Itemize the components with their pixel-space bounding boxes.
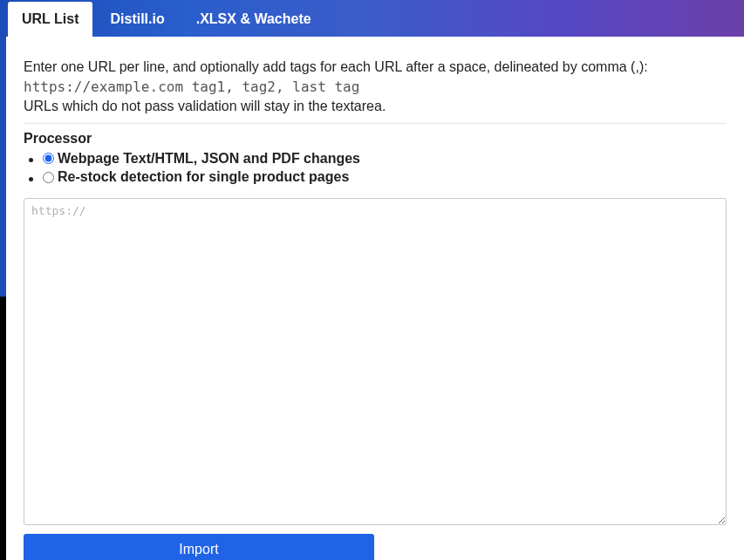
tab-xlsx-wachete[interactable]: .XLSX & Wachete bbox=[182, 2, 325, 37]
content-panel: Enter one URL per line, and optionally a… bbox=[6, 37, 744, 560]
import-button[interactable]: Import bbox=[24, 534, 374, 560]
intro-example-code: https://example.com tag1, tag2, last tag bbox=[24, 78, 727, 97]
tab-distill[interactable]: Distill.io bbox=[96, 2, 178, 37]
tab-url-list[interactable]: URL List bbox=[8, 2, 92, 37]
processor-list: Webpage Text/HTML, JSON and PDF changes … bbox=[24, 150, 727, 188]
intro-line-3: URLs which do not pass validation will s… bbox=[24, 97, 727, 116]
processor-radio-webpage[interactable] bbox=[43, 153, 54, 164]
processor-option-webpage-text: Webpage Text/HTML, JSON and PDF changes bbox=[58, 150, 360, 167]
intro-line-1: Enter one URL per line, and optionally a… bbox=[24, 58, 727, 77]
divider bbox=[24, 123, 727, 124]
intro-block: Enter one URL per line, and optionally a… bbox=[24, 58, 727, 116]
processor-option-restock-label[interactable]: Re-stock detection for single product pa… bbox=[43, 168, 349, 186]
url-textarea[interactable] bbox=[24, 198, 727, 525]
processor-option-webpage: Webpage Text/HTML, JSON and PDF changes bbox=[43, 150, 727, 169]
processor-option-restock-text: Re-stock detection for single product pa… bbox=[58, 168, 349, 186]
processor-heading: Processor bbox=[24, 131, 727, 147]
tabs-bar: URL List Distill.io .XLSX & Wachete bbox=[6, 0, 744, 37]
processor-radio-restock[interactable] bbox=[43, 172, 54, 183]
processor-option-webpage-label[interactable]: Webpage Text/HTML, JSON and PDF changes bbox=[43, 150, 360, 167]
processor-option-restock: Re-stock detection for single product pa… bbox=[43, 168, 727, 188]
